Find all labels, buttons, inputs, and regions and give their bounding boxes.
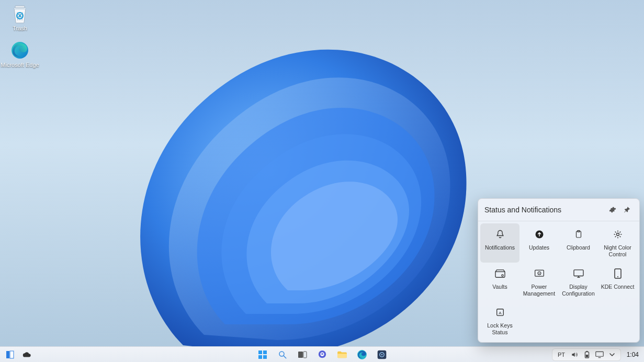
svg-rect-20	[574, 269, 583, 276]
tray-popup-title: Status and Notifications	[484, 206, 561, 214]
brightness-icon	[612, 229, 624, 240]
taskbar-tray: PT	[552, 348, 621, 361]
svg-rect-45	[586, 350, 588, 352]
tray-expand-button[interactable]	[608, 350, 616, 359]
tray-language-button[interactable]: PT	[557, 352, 566, 358]
vault-icon	[494, 268, 506, 279]
desktop-icon-edge[interactable]: Microsoft Edge	[0, 40, 40, 69]
phone-icon	[612, 268, 624, 279]
svg-rect-0	[15, 6, 25, 8]
taskview-icon	[298, 350, 307, 359]
tray-item-label: Display Configuration	[561, 284, 596, 297]
edge-icon	[8, 40, 31, 61]
tray-item-label: Clipboard	[567, 244, 590, 251]
tray-display-button[interactable]	[595, 350, 604, 359]
start-icon	[258, 350, 267, 359]
tray-popup-header: Status and Notifications	[478, 199, 639, 221]
tray-popup-grid: Notifications Updates Clipboard Night Co…	[478, 221, 639, 342]
tray-item-kde-connect[interactable]: KDE Connect	[598, 263, 637, 301]
svg-rect-28	[10, 351, 14, 358]
svg-rect-29	[258, 350, 262, 354]
trash-icon	[8, 3, 31, 24]
gear-icon	[609, 206, 616, 213]
pin-icon	[624, 206, 631, 213]
display-icon	[573, 268, 584, 279]
tray-volume-button[interactable]	[570, 350, 579, 359]
svg-rect-47	[596, 352, 603, 356]
tray-item-night-color[interactable]: Night Color Control	[598, 223, 637, 262]
tray-item-power-management[interactable]: Power Management	[519, 263, 559, 301]
bell-icon	[494, 229, 506, 240]
svg-rect-36	[303, 352, 307, 358]
svg-rect-27	[6, 351, 9, 358]
svg-rect-31	[258, 355, 262, 359]
taskbar-weather-button[interactable]	[21, 349, 32, 360]
svg-rect-32	[263, 355, 267, 359]
volume-icon	[571, 351, 578, 358]
svg-line-12	[619, 236, 620, 237]
tray-item-label: Night Color Control	[600, 244, 635, 258]
tray-item-label: KDE Connect	[601, 284, 635, 290]
tray-item-lock-keys[interactable]: A Lock Keys Status	[480, 301, 519, 340]
chevron-down-icon	[609, 352, 615, 358]
taskbar-edge-button[interactable]	[355, 348, 369, 361]
tray-item-clipboard[interactable]: Clipboard	[559, 223, 598, 262]
desktop-icon-trash[interactable]: Trash	[0, 3, 40, 32]
taskbar-clock[interactable]: 1:04	[624, 351, 640, 358]
svg-line-13	[615, 236, 616, 237]
clipboard-icon	[573, 229, 584, 240]
svg-point-6	[616, 233, 619, 236]
desktop-icon-label: Trash	[0, 25, 40, 32]
edge-icon	[357, 349, 367, 360]
svg-line-34	[284, 356, 286, 358]
svg-text:A: A	[499, 310, 502, 315]
activities-icon	[6, 350, 14, 359]
taskbar-start-button[interactable]	[256, 348, 269, 361]
folder-icon	[337, 350, 347, 359]
svg-point-33	[279, 352, 284, 356]
svg-rect-30	[263, 350, 267, 354]
cloud-icon	[22, 351, 31, 358]
tray-item-updates[interactable]: Updates	[519, 223, 559, 262]
svg-point-24	[617, 276, 618, 277]
taskbar-activities-button[interactable]	[4, 349, 16, 360]
taskbar: PT 1:04	[0, 346, 644, 362]
power-mgmt-icon	[534, 268, 545, 279]
tray-item-vaults[interactable]: Vaults	[480, 263, 519, 301]
chat-icon	[317, 350, 327, 359]
tray-item-label: Vaults	[492, 284, 507, 290]
tray-item-label: Lock Keys Status	[482, 322, 517, 336]
taskbar-taskview-button[interactable]	[296, 348, 309, 361]
desktop-icon-label: Microsoft Edge	[0, 62, 40, 69]
tray-item-display-config[interactable]: Display Configuration	[559, 263, 598, 301]
settings-app-icon	[377, 349, 387, 360]
svg-line-14	[619, 232, 620, 233]
svg-rect-46	[586, 355, 588, 357]
taskbar-chat-button[interactable]	[315, 348, 329, 361]
svg-rect-39	[321, 353, 323, 355]
tray-battery-button[interactable]	[583, 350, 591, 359]
svg-line-11	[615, 232, 616, 233]
tray-item-label: Power Management	[522, 284, 557, 297]
tray-configure-button[interactable]	[607, 204, 618, 216]
tray-item-label: Notifications	[485, 244, 515, 251]
taskbar-search-button[interactable]	[276, 348, 289, 361]
svg-point-19	[539, 273, 540, 274]
svg-point-16	[501, 274, 503, 276]
tray-item-notifications[interactable]: Notifications	[480, 223, 519, 262]
taskbar-files-button[interactable]	[335, 348, 349, 361]
system-tray-popup: Status and Notifications Notifications U…	[478, 198, 640, 343]
lock-keys-icon: A	[494, 307, 506, 318]
search-icon	[278, 350, 287, 359]
svg-point-43	[381, 354, 382, 355]
svg-rect-35	[298, 352, 303, 358]
tray-item-label: Updates	[529, 244, 549, 251]
battery-icon	[584, 350, 590, 359]
tray-pin-button[interactable]	[622, 204, 633, 216]
display-small-icon	[595, 351, 604, 358]
updates-icon	[534, 229, 545, 240]
taskbar-settings-button[interactable]	[375, 348, 389, 361]
